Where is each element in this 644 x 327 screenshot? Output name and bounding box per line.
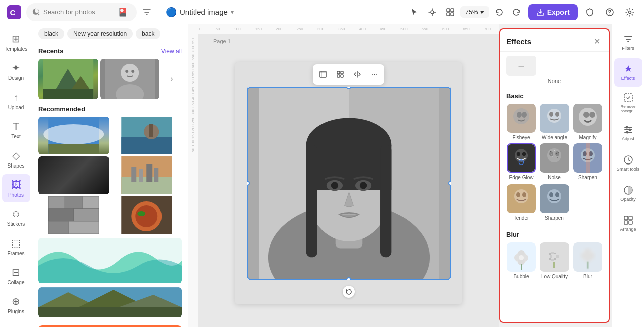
zoom-control[interactable]: 75% ▾ — [460, 6, 489, 18]
right-tool-removebg[interactable]: Remove backgr... — [614, 89, 642, 117]
effect-noise[interactable]: Noise — [539, 143, 570, 180]
filter-icon[interactable] — [141, 6, 153, 18]
blur-title: Blur — [506, 231, 603, 238]
sidebar-item-templates[interactable]: ⊞ Templates — [2, 28, 30, 56]
none-label: None — [506, 78, 603, 84]
svg-rect-13 — [43, 89, 93, 99]
tag-black[interactable]: black — [38, 28, 64, 39]
rec-photo-wave[interactable] — [38, 238, 182, 283]
more-btn[interactable]: ··· — [366, 66, 382, 83]
rotate-handle[interactable] — [343, 286, 355, 298]
effect-label-sharpen2: Sharpen — [545, 215, 564, 221]
svg-point-70 — [517, 112, 522, 118]
handle-br[interactable] — [448, 277, 451, 280]
effect-sharpen1[interactable]: Sharpen — [573, 143, 603, 180]
handle-mr[interactable] — [448, 181, 451, 186]
svg-point-74 — [549, 112, 553, 117]
sidebar-item-photos[interactable]: 🖼 Photos — [2, 174, 30, 202]
svg-point-71 — [522, 112, 527, 118]
pan-tool-btn[interactable] — [424, 4, 440, 20]
none-effect-btn[interactable]: — — [506, 56, 536, 76]
svg-rect-62 — [306, 145, 317, 257]
effect-wide-angle[interactable]: Wide angle — [539, 104, 570, 140]
right-tool-opacity[interactable]: Opacity — [614, 179, 642, 207]
recent-photo-2[interactable] — [100, 59, 160, 99]
sidebar-item-design[interactable]: ✦ Design — [2, 57, 30, 86]
effects-close-btn[interactable]: ✕ — [591, 35, 603, 47]
landscape-photo-container — [32, 285, 188, 321]
view-all-btn[interactable]: View all — [161, 48, 182, 55]
svg-rect-49 — [38, 307, 182, 317]
redo-btn[interactable] — [508, 4, 524, 20]
rec-photo-food[interactable] — [111, 196, 182, 234]
svg-rect-100 — [586, 143, 590, 173]
effects-title: Effects — [506, 37, 531, 46]
help-icon[interactable] — [602, 4, 618, 20]
svg-rect-63 — [380, 145, 391, 257]
search-icon — [32, 8, 40, 16]
effect-low-quality[interactable]: Low Quality — [539, 242, 570, 279]
sidebar-item-shapes[interactable]: ◇ Shapes — [2, 145, 30, 173]
undo-btn[interactable] — [491, 4, 507, 20]
svg-rect-150 — [629, 221, 632, 224]
effect-sharpen2[interactable]: Sharpen — [539, 184, 570, 221]
sidebar-item-frames[interactable]: ⬚ Frames — [2, 232, 30, 261]
handle-bl[interactable] — [247, 277, 250, 280]
right-tool-effects[interactable]: Effects — [614, 58, 642, 87]
recent-photo-1[interactable] — [38, 59, 98, 99]
toolbar-tools: 75% ▾ — [406, 4, 524, 20]
selected-image-container[interactable]: ··· — [247, 87, 451, 280]
effect-fisheye[interactable]: Fisheye — [506, 104, 536, 140]
effect-blur[interactable]: Blur — [573, 242, 603, 279]
handle-bm[interactable] — [346, 277, 351, 280]
svg-point-9 — [629, 11, 631, 13]
rec-photo-landscape[interactable] — [38, 287, 182, 317]
effect-thumb-lowquality — [540, 242, 569, 272]
effect-label-blur: Blur — [583, 274, 592, 279]
svg-rect-4 — [451, 9, 454, 12]
svg-rect-88 — [554, 150, 555, 151]
rec-photo-stone[interactable] — [38, 196, 109, 234]
svg-rect-122 — [552, 254, 556, 258]
svg-point-104 — [522, 192, 526, 197]
right-tool-adjust[interactable]: Adjust — [614, 119, 642, 147]
sidebar-item-upload[interactable]: ↑ Upload — [2, 87, 30, 115]
tag-new-year[interactable]: New year resolution — [67, 28, 133, 39]
rec-photo-city[interactable] — [111, 156, 182, 194]
right-tool-filters[interactable]: Filters — [614, 28, 642, 56]
right-tool-smart[interactable]: Smart tools — [614, 149, 642, 177]
rec-photo-sky[interactable] — [38, 117, 109, 154]
effect-bubble[interactable]: Bubble — [506, 242, 536, 279]
effect-edge-glow[interactable]: Edge Glow — [506, 143, 536, 180]
select-tool-btn[interactable] — [406, 4, 422, 20]
recents-next-btn[interactable]: › — [162, 59, 182, 99]
sidebar-item-collage[interactable]: ⊟ Collage — [2, 262, 30, 290]
rec-photo-sea[interactable] — [111, 117, 182, 154]
search-box[interactable]: 🎴 — [26, 3, 137, 21]
rec-photo-dark[interactable] — [38, 156, 109, 194]
right-tool-arrange[interactable]: Arrange — [614, 209, 642, 237]
svg-rect-23 — [121, 137, 172, 154]
crop-btn[interactable] — [315, 66, 331, 83]
tag-back[interactable]: back — [136, 28, 160, 39]
sidebar-item-text[interactable]: T Text — [2, 116, 30, 144]
shield-icon[interactable] — [582, 4, 598, 20]
effect-thumb-fisheye — [507, 104, 536, 133]
export-btn[interactable]: Export — [528, 4, 578, 20]
magic-search-icon[interactable]: 🎴 — [117, 6, 129, 18]
settings-icon[interactable] — [622, 4, 638, 20]
svg-point-2 — [431, 11, 434, 14]
svg-rect-30 — [146, 164, 152, 182]
layout-tool-btn[interactable] — [442, 4, 458, 20]
effect-tender[interactable]: Tender — [506, 184, 536, 221]
effect-label-sharpen1: Sharpen — [578, 175, 597, 180]
sidebar-item-stickers[interactable]: ☺ Stickers — [2, 203, 30, 231]
svg-rect-25 — [149, 124, 153, 137]
grid-btn[interactable] — [332, 66, 348, 83]
search-input[interactable] — [43, 8, 114, 16]
svg-point-108 — [555, 192, 559, 197]
sidebar-item-plugins[interactable]: ⊕ Plugins — [2, 291, 30, 319]
effect-magnify[interactable]: Magnify — [573, 104, 603, 140]
doc-title[interactable]: 🔵 Untitled image ▾ — [166, 7, 234, 18]
flip-btn[interactable] — [349, 66, 365, 83]
